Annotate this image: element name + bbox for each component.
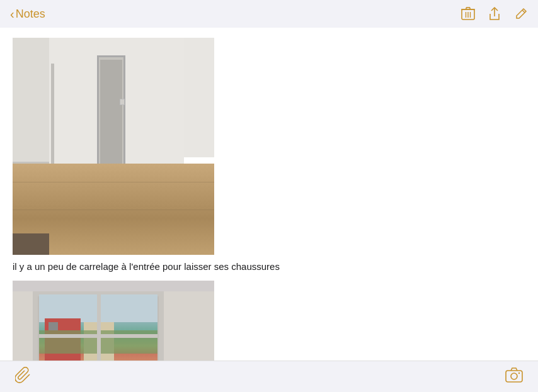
back-chevron-icon: ‹ xyxy=(10,8,14,20)
building-windows xyxy=(49,322,58,330)
back-button[interactable]: ‹ Notes xyxy=(10,8,45,21)
svg-point-10 xyxy=(511,373,517,379)
svg-line-8 xyxy=(522,10,525,13)
svg-rect-9 xyxy=(506,371,522,382)
room-image-1 xyxy=(13,38,214,255)
share-icon[interactable] xyxy=(488,6,501,21)
dark-corner xyxy=(13,233,49,255)
light-switch xyxy=(120,99,125,105)
header-right xyxy=(461,6,528,21)
door-interior xyxy=(100,60,122,169)
header-left: ‹ Notes xyxy=(10,8,45,21)
note-content: il y a un peu de carrelage à l'entrée po… xyxy=(0,28,538,392)
header: ‹ Notes xyxy=(0,0,538,28)
camera-icon[interactable] xyxy=(505,367,523,386)
bottom-toolbar xyxy=(0,361,538,392)
back-label: Notes xyxy=(16,8,45,21)
pipe xyxy=(51,64,54,168)
svg-point-11 xyxy=(518,372,520,373)
attach-icon[interactable] xyxy=(15,367,30,387)
edit-icon[interactable] xyxy=(514,7,528,21)
ceiling-area xyxy=(13,281,214,291)
note-caption: il y a un peu de carrelage à l'entrée po… xyxy=(13,260,525,273)
trash-icon[interactable] xyxy=(461,6,475,21)
